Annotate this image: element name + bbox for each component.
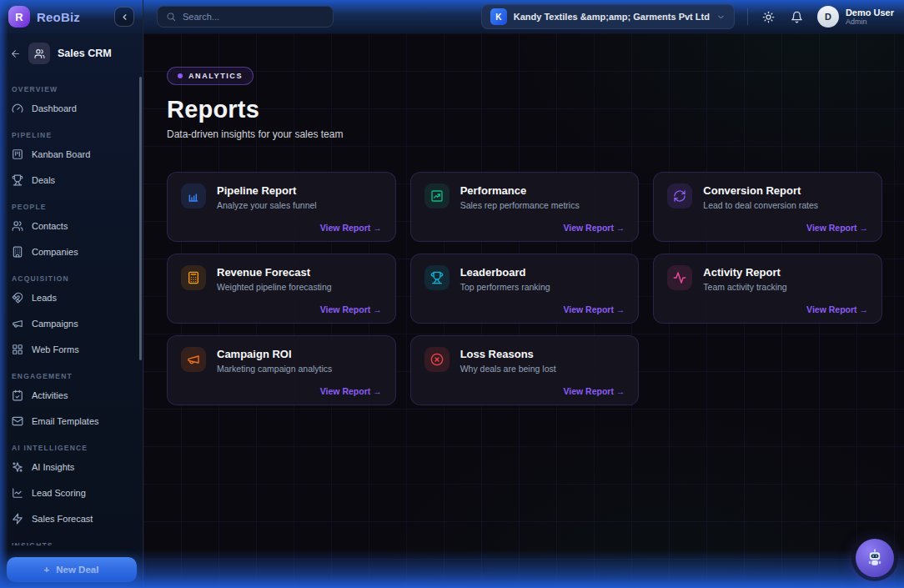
notifications-button[interactable] — [789, 9, 805, 25]
kanban-icon — [12, 148, 23, 160]
company-name: Kandy Textiles &amp;amp; Garments Pvt Lt… — [514, 12, 710, 22]
chevron-down-icon — [716, 13, 726, 22]
mail-icon — [12, 415, 23, 427]
sidebar-item-campaigns[interactable]: Campaigns — [0, 310, 143, 336]
user-menu[interactable]: D Demo User Admin — [817, 6, 894, 28]
sparkles-icon — [12, 461, 23, 473]
user-name: Demo User — [846, 8, 894, 18]
view-report-link[interactable]: View Report → — [320, 386, 382, 396]
sidebar-item-dashboard[interactable]: Dashboard — [0, 95, 143, 121]
view-report-link[interactable]: View Report → — [806, 304, 868, 314]
card-loss-reasons[interactable]: Loss Reasons Why deals are being lost Vi… — [410, 335, 640, 405]
view-report-link[interactable]: View Report → — [563, 386, 625, 396]
sidebar-item-kanban-board[interactable]: Kanban Board — [0, 141, 143, 167]
sidebar-section-overview: OVERVIEW — [12, 85, 131, 93]
theme-toggle-button[interactable] — [761, 9, 776, 25]
view-report-link[interactable]: View Report → — [563, 304, 625, 314]
badge-dot-icon — [178, 73, 183, 78]
grid-icon — [12, 344, 23, 355]
sun-icon — [762, 11, 775, 23]
sidebar-item-companies[interactable]: Companies — [0, 239, 143, 264]
sidebar-item-sales-forecast[interactable]: Sales Forecast — [0, 505, 143, 531]
sidebar-section-engagement: ENGAGEMENT — [12, 372, 131, 380]
company-selector[interactable]: K Kandy Textiles &amp;amp; Garments Pvt … — [481, 4, 735, 29]
back-arrow-icon[interactable] — [10, 48, 21, 59]
sidebar-section-ai-intelligence: AI INTELLIGENCE — [12, 444, 131, 452]
trophy-icon — [424, 265, 449, 290]
sidebar-collapse-button[interactable] — [114, 7, 134, 27]
chart-line-icon — [12, 487, 23, 499]
sidebar-section-pipeline: PIPELINE — [12, 131, 131, 139]
card-conversion-report[interactable]: Conversion Report Lead to deal conversio… — [653, 172, 882, 242]
view-report-link[interactable]: View Report → — [320, 304, 382, 314]
main-area: K Kandy Textiles &amp;amp; Garments Pvt … — [143, 0, 904, 588]
card-performance[interactable]: Performance Sales rep performance metric… — [410, 172, 640, 242]
sidebar-item-web-forms[interactable]: Web Forms — [0, 336, 143, 362]
topbar-divider — [747, 8, 748, 25]
search-icon — [166, 12, 176, 22]
card-revenue-forecast[interactable]: Revenue Forecast Weighted pipeline forec… — [167, 254, 396, 324]
magnet-icon — [12, 292, 23, 304]
user-avatar: D — [817, 6, 839, 28]
ai-assistant-fab[interactable] — [856, 539, 894, 577]
report-cards-grid: Pipeline Report Analyze your sales funne… — [167, 172, 882, 405]
x-circle-icon — [424, 347, 449, 372]
trophy-icon — [12, 174, 23, 186]
sidebar-item-lead-scoring[interactable]: Lead Scoring — [0, 480, 143, 505]
brand-logo: R — [8, 6, 30, 28]
app-window: R ReoBiz Sales CRM OVERVIEW Dashboard — [0, 0, 904, 588]
sidebar-item-email-templates[interactable]: Email Templates — [0, 408, 143, 434]
topbar: K Kandy Textiles &amp;amp; Garments Pvt … — [143, 0, 904, 33]
calendar-check-icon — [12, 389, 23, 401]
sidebar-section-insights: INSIGHTS — [12, 541, 131, 545]
card-pipeline-report[interactable]: Pipeline Report Analyze your sales funne… — [167, 172, 396, 242]
card-activity-report[interactable]: Activity Report Team activity tracking V… — [653, 254, 882, 324]
chevron-left-icon — [120, 13, 129, 22]
view-report-link[interactable]: View Report → — [563, 223, 625, 233]
sidebar-section-acquisition: ACQUISITION — [12, 274, 131, 283]
analytics-badge: ANALYTICS — [167, 67, 254, 85]
trending-chart-icon — [424, 183, 449, 209]
activity-pulse-icon — [667, 265, 692, 290]
gauge-icon — [12, 103, 23, 114]
calculator-icon — [181, 265, 206, 290]
sidebar-scrollbar[interactable] — [139, 77, 142, 360]
users-module-icon — [28, 43, 50, 64]
zap-icon — [12, 513, 23, 525]
module-header: Sales CRM — [0, 33, 143, 73]
card-leaderboard[interactable]: Leaderboard Top performers ranking View … — [410, 254, 640, 324]
topbar-right: K Kandy Textiles &amp;amp; Garments Pvt … — [481, 4, 894, 29]
plus-icon: + — [44, 565, 50, 575]
module-title: Sales CRM — [58, 48, 112, 59]
bar-chart-icon — [181, 183, 206, 209]
bell-icon — [791, 11, 803, 23]
building-icon — [12, 246, 23, 258]
sidebar-section-people: PEOPLE — [12, 203, 131, 211]
sidebar-item-activities[interactable]: Activities — [0, 382, 143, 408]
new-deal-button[interactable]: + New Deal — [7, 557, 137, 582]
sidebar-nav: OVERVIEW Dashboard PIPELINE Kanban Board… — [0, 73, 143, 545]
view-report-link[interactable]: View Report → — [320, 223, 382, 233]
refresh-cycle-icon — [667, 183, 692, 209]
sidebar-item-ai-insights[interactable]: AI Insights — [0, 454, 143, 480]
megaphone-icon — [181, 347, 206, 372]
megaphone-icon — [12, 318, 23, 329]
card-campaign-roi[interactable]: Campaign ROI Marketing campaign analytic… — [167, 335, 396, 405]
sidebar-item-contacts[interactable]: Contacts — [0, 213, 143, 239]
view-report-link[interactable]: View Report → — [806, 223, 868, 233]
users-icon — [12, 220, 23, 232]
logo-row: R ReoBiz — [0, 0, 143, 33]
robot-assistant-icon — [864, 547, 886, 569]
reports-page: ANALYTICS Reports Data-driven insights f… — [143, 33, 904, 588]
brand-name: ReoBiz — [37, 10, 80, 24]
sidebar: R ReoBiz Sales CRM OVERVIEW Dashboard — [0, 0, 143, 588]
page-subtitle: Data-driven insights for your sales team — [167, 128, 882, 140]
page-title: Reports — [167, 96, 882, 123]
company-avatar: K — [490, 8, 507, 25]
search-box[interactable] — [157, 6, 334, 28]
sidebar-footer: + New Deal — [0, 551, 143, 588]
user-role: Admin — [846, 18, 894, 26]
sidebar-item-leads[interactable]: Leads — [0, 284, 143, 310]
search-input[interactable] — [183, 12, 324, 22]
sidebar-item-deals[interactable]: Deals — [0, 167, 143, 193]
